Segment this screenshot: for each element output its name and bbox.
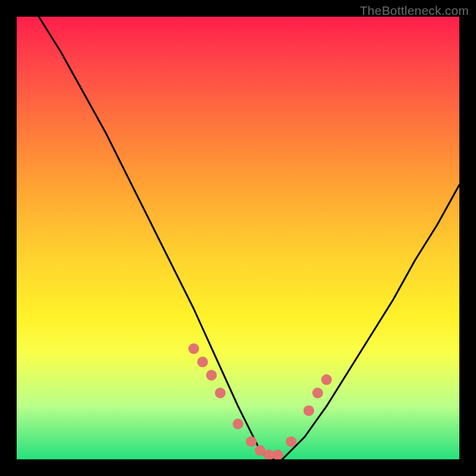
- highlight-dot: [303, 405, 314, 416]
- highlight-dot: [312, 387, 323, 398]
- highlight-dot: [189, 343, 199, 354]
- highlight-dot: [273, 450, 283, 459]
- highlight-dot: [198, 356, 208, 367]
- highlight-dot: [321, 374, 332, 385]
- chart-svg: [17, 17, 459, 459]
- watermark-text: TheBottleneck.com: [360, 4, 469, 18]
- plot-area: [17, 17, 459, 459]
- highlight-dot: [206, 370, 217, 381]
- highlight-dot: [246, 436, 256, 447]
- marker-group: [189, 343, 332, 459]
- highlight-dot: [286, 436, 296, 447]
- bottleneck-curve: [39, 17, 459, 459]
- curve-group: [39, 17, 459, 459]
- highlight-dot: [233, 419, 243, 430]
- highlight-dot: [215, 387, 226, 398]
